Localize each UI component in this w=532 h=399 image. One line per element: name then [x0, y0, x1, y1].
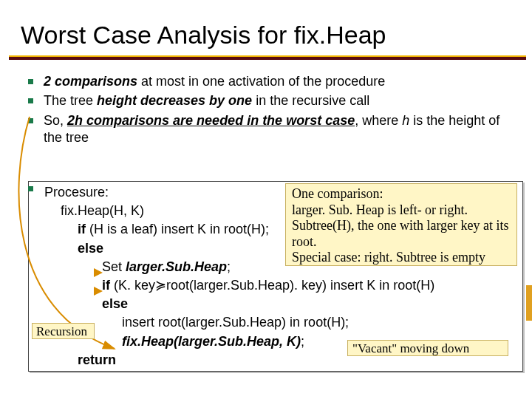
proc-l5-rest: (K. key≽root(larger.Sub.Heap). key) inse…	[110, 278, 434, 293]
proc-l4a: Set	[102, 259, 126, 274]
note1-c: Subtree(H), the one with larger key at i…	[292, 218, 511, 250]
proc-l4c: ;	[227, 259, 231, 274]
arrow-icon	[94, 287, 103, 296]
proc-l5: if (K. key≽root(larger.Sub.Heap). key) i…	[102, 276, 510, 295]
note-comparison: One comparison: larger. Sub. Heap is lef…	[285, 183, 517, 266]
bullet-icon	[28, 186, 33, 191]
bullet-icon	[28, 79, 33, 84]
edge-accent	[526, 285, 532, 321]
bullet-3-pre: So,	[44, 113, 67, 128]
bullet-1-text: 2 comparisons at most in one activation …	[44, 73, 385, 90]
bullet-2-rest: in the recursive call	[252, 93, 369, 108]
note1-b: larger. Sub. Heap is left- or right.	[292, 202, 511, 219]
note1-d: Special case: right. Subtree is empty	[292, 250, 511, 266]
proc-l7: insert root(larger.Sub.Heap) in root(H);	[122, 313, 510, 332]
kw-if: if	[102, 278, 110, 293]
bullet-3-strong: 2h comparisons are needed in the worst c…	[67, 113, 355, 128]
bullet-3: So, 2h comparisons are needed in the wor…	[28, 112, 502, 147]
bullet-3-mid: , where	[355, 113, 402, 128]
note-recursion: Recursion	[32, 323, 95, 339]
note1-a: One comparison:	[292, 186, 511, 202]
title-rule	[9, 55, 526, 63]
bullet-2: The tree height decreases by one in the …	[28, 92, 502, 109]
slide-title: Worst Case Analysis for fix.Heap	[0, 0, 532, 55]
bullet-list: 2 comparisons at most in one activation …	[0, 63, 532, 147]
note-vacant: "Vacant" moving down	[347, 340, 508, 356]
bullet-3-var: h	[402, 113, 409, 128]
bullet-icon	[28, 118, 33, 123]
bullet-icon	[28, 98, 33, 103]
bullet-1-strong: 2 comparisons	[44, 74, 137, 89]
bullet-2-strong: height decreases by one	[97, 93, 252, 108]
proc-l8-call: fix.Heap(larger.Sub.Heap, K)	[122, 334, 301, 349]
bullet-2-pre: The tree	[44, 93, 97, 108]
arrow-icon	[94, 268, 103, 277]
bullet-3-text: So, 2h comparisons are needed in the wor…	[44, 112, 502, 147]
proc-l6: else	[102, 295, 510, 313]
proc-l8-semi: ;	[301, 334, 304, 349]
rule-maroon	[9, 57, 526, 60]
bullet-2-text: The tree height decreases by one in the …	[44, 92, 369, 109]
bullet-1: 2 comparisons at most in one activation …	[28, 73, 502, 90]
proc-l4b: larger.Sub.Heap	[126, 259, 227, 274]
proc-l2-rest: (H is a leaf) insert K in root(H);	[86, 222, 269, 236]
bullet-1-rest: at most in one activation of the procedu…	[137, 74, 385, 89]
kw-if: if	[78, 222, 86, 236]
